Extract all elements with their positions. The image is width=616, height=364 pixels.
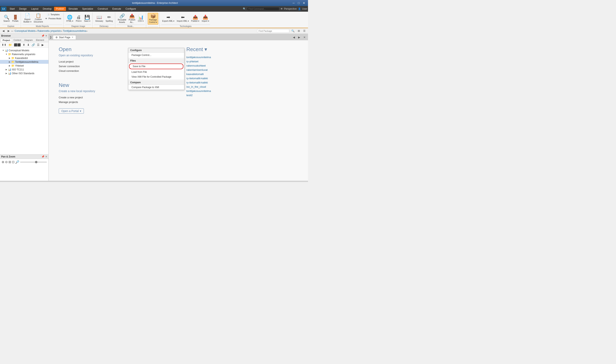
close-button[interactable]: ✕ xyxy=(302,1,306,5)
browser-tab-diagram[interactable]: Diagram xyxy=(23,39,34,42)
maximize-button[interactable]: □ xyxy=(297,1,300,5)
ribbon-btn-import[interactable]: 📥 Import ▾ xyxy=(201,13,210,25)
browser-close-icon[interactable]: ✕ xyxy=(45,34,47,37)
tab-arrow-right[interactable]: ▶ xyxy=(297,35,301,39)
recent-item-6[interactable]: ry-tietomallit-kaikki xyxy=(186,81,298,84)
zoom-out-button[interactable]: ⊖ xyxy=(5,160,8,164)
recent-item-1[interactable]: ry-yhteiset xyxy=(186,60,298,63)
ribbon-btn-search[interactable]: 🔍 Search xyxy=(2,13,11,25)
tree-item-tonttijakosuunnitelma[interactable]: ▶ 📁 Tonttijakosuunnitelma xyxy=(0,60,49,64)
ribbon-btn-csv[interactable]: 📊 CSV ▾ xyxy=(137,13,145,25)
menu-simulate[interactable]: Simulate xyxy=(66,7,80,11)
recent-item-2[interactable]: rakennuskohteet xyxy=(186,64,298,67)
ribbon-btn-print[interactable]: 🖨 Print ▾ xyxy=(75,13,83,25)
menu-publish[interactable]: Publish xyxy=(54,7,66,11)
menu-construct[interactable]: Construct xyxy=(96,7,110,11)
zoom-selection-button[interactable]: ⊡ xyxy=(12,160,14,164)
ribbon-btn-publish-as[interactable]: 📤 PublishAs... xyxy=(128,13,136,25)
view-options-button[interactable]: ⊞ xyxy=(296,29,301,33)
ribbon-btn-import-xml[interactable]: ⬅ Import-XML ▾ xyxy=(176,13,190,25)
start-link-create-project[interactable]: Create a new project xyxy=(59,96,170,99)
browser-tool-menu[interactable]: ☰ xyxy=(36,43,40,47)
ribbon-btn-export-xml[interactable]: ➡ Export-XML ▾ xyxy=(161,13,175,25)
recent-item-4[interactable]: kaavatietomalli xyxy=(186,73,298,76)
tab-start-page[interactable]: ⚙ Start Page ✕ xyxy=(53,35,76,39)
tree-item-conceptual-models[interactable]: ▼ 📊 Conceptual Models xyxy=(0,49,49,52)
zoom-slider[interactable] xyxy=(20,162,47,162)
nav-forward-button[interactable]: ▶ xyxy=(6,29,11,33)
browser-tab-context[interactable]: Context xyxy=(12,39,23,42)
start-new-subheading[interactable]: Create a new local repository xyxy=(59,90,170,93)
tab-expand-button[interactable]: ⟫ xyxy=(50,35,52,39)
menu-execute[interactable]: Execute xyxy=(110,7,123,11)
ribbon-btn-templates[interactable]: 📑 Templates xyxy=(44,13,62,16)
ribbon-btn-spelling[interactable]: ✏ Spelling xyxy=(104,13,114,25)
recent-item-9[interactable]: testi2 xyxy=(186,94,298,97)
zoom-handle[interactable] xyxy=(35,161,37,163)
menu-develop[interactable]: Develop xyxy=(41,7,54,11)
find-command-input[interactable] xyxy=(247,7,279,11)
pan-zoom-close-icon[interactable]: ✕ xyxy=(45,155,47,158)
recent-item-3[interactable]: rakentamisenluvat xyxy=(186,68,298,71)
tree-item-rakennettu[interactable]: ▼ 📁 Rakennettu ymparisto xyxy=(0,52,49,56)
tree-item-iso-tc211[interactable]: ▶ 📊 ISO TC211 xyxy=(0,67,49,71)
browser-tool-down[interactable]: ⬇ xyxy=(26,43,30,47)
find-package-input[interactable] xyxy=(257,29,289,33)
menu-layout[interactable]: Layout xyxy=(29,7,40,11)
tab-start-page-close[interactable]: ✕ xyxy=(72,36,73,39)
ribbon-btn-html[interactable]: 🌐 HTML ▾ xyxy=(65,13,74,25)
dropdown-package-control-item[interactable]: Package Control... xyxy=(128,53,184,57)
more-options-button[interactable]: ☰ xyxy=(302,29,307,33)
user-label[interactable]: User xyxy=(302,7,307,10)
browser-tool-up[interactable]: ⬆ xyxy=(22,43,26,47)
tree-item-yhteiset[interactable]: ▶ 📁 Yhteiset xyxy=(0,64,49,67)
breadcrumb-conceptual-models[interactable]: Conceptual Models xyxy=(15,30,35,32)
tab-close-all[interactable]: ✕ xyxy=(302,35,307,39)
breadcrumb-rakennettu[interactable]: Rakennettu ymparisto xyxy=(37,30,61,32)
dropdown-save-to-file-item[interactable]: Save to File xyxy=(129,64,183,69)
browser-tool-grid[interactable]: ⬛⬛ xyxy=(13,43,22,47)
find-package-button[interactable]: 🔍 xyxy=(290,29,296,33)
dropdown-load-from-file-item[interactable]: Load from File xyxy=(128,70,184,74)
recent-item-0[interactable]: tonttijakosuunnitelma xyxy=(186,56,298,59)
ribbon-btn-save[interactable]: 💾 Save ▾ xyxy=(83,13,91,25)
browser-tab-element[interactable]: Element xyxy=(34,39,46,42)
ribbon-btn-report-builder[interactable]: 📄 ReportBuilder ▾ xyxy=(23,13,32,24)
tree-item-kaavatiedot[interactable]: ▶ 📁 Kaavatiedot xyxy=(0,56,49,60)
zoom-fit-page-button[interactable]: ⊞ xyxy=(8,160,11,164)
browser-tool-new[interactable]: ⬆⬆ xyxy=(1,43,7,47)
breadcrumb-tonttijakosuunnitelma[interactable]: Tonttijakosuunnitelma xyxy=(63,30,86,32)
browser-tool-folder[interactable]: 📁 xyxy=(8,43,13,47)
app-logo[interactable]: EA xyxy=(1,7,6,11)
start-link-manage-projects[interactable]: Manage projects xyxy=(59,101,170,104)
dropdown-compare-package-item[interactable]: Compare Package to XMI xyxy=(128,85,184,90)
browser-pin-icon[interactable]: 📌 xyxy=(41,34,44,37)
recent-item-5[interactable]: ry-tietomallit-kaikki xyxy=(186,77,298,80)
ribbon-btn-glossary[interactable]: 📖 Glossary xyxy=(94,13,104,25)
nav-back-button[interactable]: ◀ xyxy=(1,29,6,33)
browser-tab-project[interactable]: Project xyxy=(1,39,12,42)
perspective-label[interactable]: Perspective xyxy=(284,7,297,10)
menu-configure[interactable]: Configure xyxy=(123,7,138,11)
recent-item-7[interactable]: iso_in_the_cloud xyxy=(186,85,298,88)
menu-specialize[interactable]: Specialize xyxy=(80,7,95,11)
ribbon-btn-portals[interactable]: 🚪 Portals xyxy=(11,13,20,25)
minimize-button[interactable]: ─ xyxy=(292,1,295,5)
menu-design[interactable]: Design xyxy=(17,7,28,11)
zoom-in-button[interactable]: 🔎 xyxy=(15,160,19,164)
ribbon-btn-reusable-assets[interactable]: 🔗 ReusableAssets xyxy=(117,13,127,25)
tab-arrow-left[interactable]: ◀ xyxy=(292,35,296,39)
open-portal-button[interactable]: Open a Portal ▾ xyxy=(59,108,84,114)
tree-item-other-iso[interactable]: ▶ 📊 Other ISO Standards xyxy=(0,71,49,75)
ribbon-btn-custom-document[interactable]: 📋 CustomDocument xyxy=(33,13,44,24)
menu-start[interactable]: Start xyxy=(8,7,17,11)
zoom-fit-button[interactable]: ⊕ xyxy=(2,160,4,164)
ribbon-btn-preview-mode[interactable]: 👁 Preview Mode xyxy=(44,17,62,21)
ribbon-btn-package-control[interactable]: 📦 PackageControl ▾ xyxy=(148,13,158,25)
browser-tool-play[interactable]: ▶ xyxy=(41,43,45,47)
browser-tool-link[interactable]: 🔗 xyxy=(31,43,36,47)
dropdown-view-xmi-item[interactable]: View XMI File for Controlled Package xyxy=(128,74,184,79)
ribbon-btn-publish[interactable]: 📤 Publish ▾ xyxy=(190,13,200,25)
pan-zoom-pin-icon[interactable]: 📌 xyxy=(41,155,44,158)
recent-item-8[interactable]: tonttijakosuunnitelma xyxy=(186,90,298,92)
